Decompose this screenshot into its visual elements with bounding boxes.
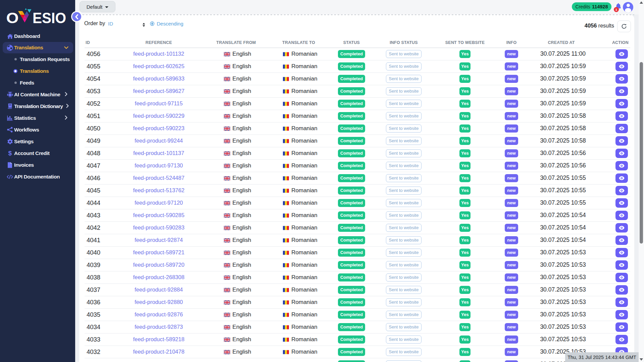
svg-text:O: O: [6, 10, 19, 25]
svg-text:ESIO: ESIO: [33, 10, 66, 25]
